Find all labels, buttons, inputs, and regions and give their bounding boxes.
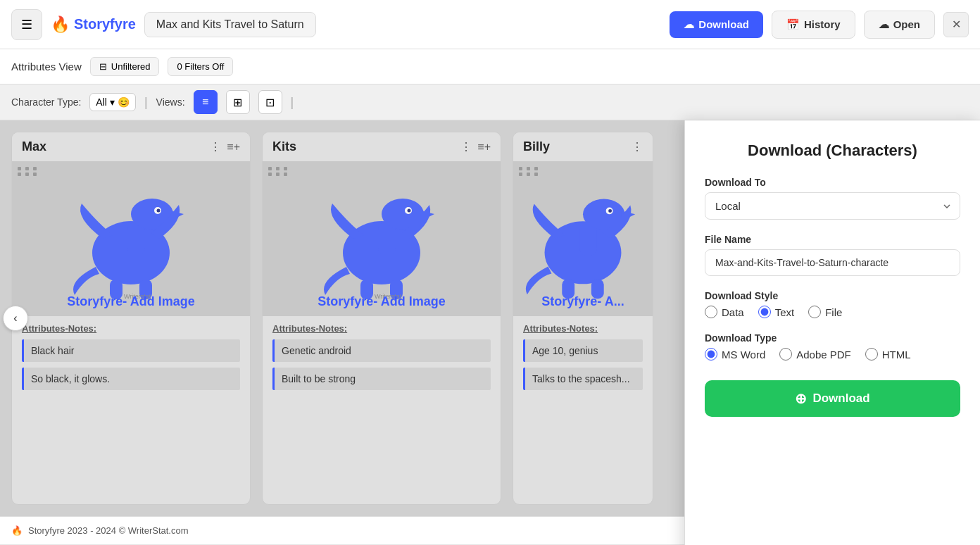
download-style-label: Download Style: [705, 290, 960, 301]
attributes-view-label: Attributes View: [11, 61, 82, 73]
toolbar: Character Type: All ▾ 😊 | Views: ≡ ⊞ ⊡ |: [0, 84, 980, 120]
flame-icon: 🔥: [51, 15, 70, 34]
svg-point-16: [408, 209, 411, 213]
divider-1: |: [144, 95, 148, 110]
char-type-dropdown[interactable]: All ▾ 😊: [89, 93, 136, 111]
type-msword-option[interactable]: MS Word: [705, 348, 765, 361]
card-header-kits: Kits ⋮ ≡+: [263, 132, 501, 161]
card-add-button-kits[interactable]: ≡+: [477, 140, 491, 154]
app-logo: 🔥 Storyfyre: [51, 15, 136, 34]
character-card-max: Max ⋮ ≡+: [11, 132, 251, 505]
svg-point-25: [608, 209, 612, 213]
footer-text: Storyfyre 2023 - 2024 © WriterStat.com: [28, 525, 189, 536]
project-title: Max and Kits Travel to Saturn: [144, 12, 316, 37]
unfiltered-button[interactable]: ⊟ Unfiltered: [90, 57, 160, 76]
char-type-value: All: [96, 96, 107, 108]
download-type-section: Download Type MS Word Adobe PDF HTML: [705, 332, 960, 361]
download-btn-label: Download: [812, 391, 869, 406]
svg-point-7: [157, 209, 161, 213]
style-file-option[interactable]: File: [808, 306, 842, 318]
card-note-1-kits: Genetic android: [272, 339, 491, 362]
card-image-label-billy: Storyfyre- A...: [541, 294, 624, 309]
card-menu-button-kits[interactable]: ⋮: [460, 140, 472, 154]
style-text-label: Text: [775, 306, 795, 318]
grid-overlay-kits: [268, 167, 289, 176]
app-name: Storyfyre: [74, 16, 136, 32]
char-type-label: Character Type:: [11, 96, 81, 108]
download-style-group: Data Text File: [705, 306, 960, 318]
download-type-label: Download Type: [705, 332, 960, 344]
header-history-label: History: [804, 18, 841, 30]
character-card-billy: Billy ⋮: [513, 132, 653, 505]
card-add-button-max[interactable]: ≡+: [227, 140, 240, 154]
card-note-2-kits: Built to be strong: [272, 368, 491, 390]
download-to-select[interactable]: Local Cloud Google Drive: [705, 192, 960, 220]
file-name-section: File Name: [705, 234, 960, 276]
type-pdf-label: Adobe PDF: [796, 349, 851, 361]
divider-2: |: [291, 95, 294, 110]
card-note-1-billy: Age 10, genius: [523, 339, 643, 362]
card-menu-button-max[interactable]: ⋮: [210, 140, 221, 154]
menu-button[interactable]: ☰: [11, 9, 42, 40]
footer-flame-icon: 🔥: [11, 525, 23, 536]
filter-icon: ⊟: [99, 61, 107, 72]
grid-overlay-billy: [519, 167, 540, 176]
card-name-billy: Billy: [523, 139, 550, 154]
type-html-option[interactable]: HTML: [865, 348, 911, 361]
type-html-radio[interactable]: [865, 348, 878, 361]
character-card-kits: Kits ⋮ ≡+: [262, 132, 501, 505]
filters-off-button[interactable]: 0 Filters Off: [168, 57, 233, 76]
header-download-button[interactable]: ☁ Download: [670, 11, 763, 38]
card-notes-label-kits: Attributes-Notes:: [263, 316, 501, 337]
card-image-label-kits: Storyfyre- Add Image: [318, 294, 445, 309]
card-notes-label-max: Attributes-Notes:: [12, 316, 250, 337]
collapse-icon: ⊡: [265, 96, 275, 109]
sub-header: Attributes View ⊟ Unfiltered 0 Filters O…: [0, 49, 980, 84]
smiley-icon: 😊: [118, 96, 130, 108]
cloud-icon: ☁: [879, 18, 889, 31]
card-image-billy: Storyfyre- A...: [513, 161, 653, 316]
download-style-section: Download Style Data Text File: [705, 290, 960, 318]
views-label: Views:: [156, 96, 185, 108]
style-text-option[interactable]: Text: [758, 306, 795, 318]
style-data-option[interactable]: Data: [705, 306, 744, 318]
grid-overlay-max: [18, 167, 39, 176]
type-html-label: HTML: [882, 349, 911, 361]
card-actions-max: ⋮ ≡+: [210, 140, 240, 154]
calendar-icon: 📅: [786, 18, 800, 31]
download-circle-icon: ⊕: [795, 390, 807, 407]
download-type-group: MS Word Adobe PDF HTML: [705, 348, 960, 361]
card-note-2-billy: Talks to the spacesh...: [523, 368, 643, 390]
card-image-label-max: Storyfyre- Add Image: [67, 294, 194, 309]
type-pdf-radio[interactable]: [779, 348, 792, 361]
close-panel-button[interactable]: ✕: [943, 12, 969, 37]
download-to-section: Download To Local Cloud Google Drive: [705, 177, 960, 220]
header-history-button[interactable]: 📅 History: [772, 11, 855, 39]
card-notes-label-billy: Attributes-Notes:: [513, 316, 653, 337]
download-submit-button[interactable]: ⊕ Download: [705, 380, 960, 417]
card-actions-kits: ⋮ ≡+: [460, 140, 491, 154]
download-panel: Download (Characters) Download To Local …: [684, 120, 980, 545]
header-open-button[interactable]: ☁ Open: [864, 11, 935, 39]
grid-icon: ⊞: [233, 96, 242, 109]
collapse-view-button[interactable]: ⊡: [258, 90, 282, 114]
style-data-radio[interactable]: [705, 306, 717, 318]
style-text-radio[interactable]: [758, 306, 771, 318]
card-actions-billy: ⋮: [632, 140, 643, 154]
header-download-label: Download: [698, 18, 749, 30]
type-pdf-option[interactable]: Adobe PDF: [779, 348, 851, 361]
filters-off-label: 0 Filters Off: [177, 61, 224, 72]
chevron-down-icon: ▾: [110, 96, 115, 108]
type-msword-radio[interactable]: [705, 348, 717, 361]
list-view-button[interactable]: ≡: [194, 90, 218, 114]
prev-arrow-button[interactable]: ‹: [3, 306, 28, 331]
style-file-label: File: [825, 306, 842, 318]
card-note-1-max: Black hair: [22, 339, 240, 362]
card-name-kits: Kits: [272, 139, 296, 154]
character-image-billy: [513, 175, 653, 302]
grid-view-button[interactable]: ⊞: [226, 90, 250, 114]
card-menu-button-billy[interactable]: ⋮: [632, 140, 643, 154]
style-file-radio[interactable]: [808, 306, 821, 318]
file-name-input[interactable]: [705, 249, 960, 276]
cloud-up-icon: ☁: [684, 18, 694, 31]
